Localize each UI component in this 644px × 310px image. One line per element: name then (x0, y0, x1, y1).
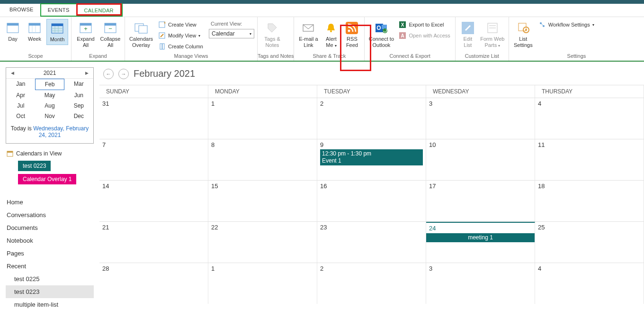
svg-point-26 (330, 30, 332, 32)
email-link[interactable]: E-mail a Link (297, 19, 320, 50)
collapse-all[interactable]: − Collapse All (99, 19, 122, 50)
open-access[interactable]: A Open with Access (397, 31, 452, 40)
calendar-cell[interactable]: 11 (535, 139, 644, 180)
calendar-cell[interactable]: 14 (99, 181, 208, 221)
group-label-share: Share & Track (294, 52, 364, 61)
workflow-settings[interactable]: Workflow Settings ▾ (537, 20, 596, 29)
year-prev[interactable]: ◀ (11, 71, 14, 75)
calendar-cell[interactable]: 15 (208, 181, 317, 221)
gear-icon (516, 21, 530, 35)
calendar-cell[interactable]: 23 (317, 222, 426, 263)
group-label-manage: Manage Views (125, 52, 257, 61)
day-number: 14 (102, 182, 205, 190)
scope-month[interactable]: Month (46, 19, 68, 45)
calendar-cell[interactable]: 21 (99, 222, 208, 263)
calendar-event[interactable]: 12:30 pm - 1:30 pmEvent 1 (320, 149, 423, 165)
calendar-cell[interactable]: 17 (426, 181, 535, 221)
day-number: 3 (429, 100, 532, 107)
month-mar[interactable]: Mar (64, 79, 93, 90)
month-sep[interactable]: Sep (64, 100, 93, 111)
day-number: 10 (429, 141, 532, 148)
month-feb[interactable]: Feb (35, 79, 64, 90)
calendar-cell[interactable]: 25 (535, 222, 644, 263)
scope-week[interactable]: Week (25, 19, 45, 44)
calendar-cell[interactable]: 28 (99, 263, 208, 304)
nav-sub-item[interactable]: multiple item-list (6, 298, 94, 310)
day-number: 7 (102, 141, 205, 148)
calendar-cell[interactable]: 3 (426, 98, 535, 139)
create-column[interactable]: Create Column (156, 42, 205, 51)
nav-home[interactable]: Home (6, 196, 94, 209)
scope-day[interactable]: Day (3, 19, 23, 44)
expand-all[interactable]: + Expand All (74, 19, 97, 50)
svg-text:A: A (401, 33, 404, 38)
cal-next[interactable]: → (118, 69, 129, 79)
month-oct[interactable]: Oct (6, 111, 35, 121)
day-number: 3 (429, 265, 532, 272)
month-may[interactable]: May (35, 90, 64, 100)
alert-me[interactable]: Alert Me ▾ (322, 19, 340, 50)
calendar-cell[interactable]: 16 (317, 181, 426, 221)
tab-events[interactable]: EVENTS (41, 4, 76, 16)
form-web-parts[interactable]: Form Web Parts ▾ (479, 19, 506, 50)
nav-sub-item[interactable]: test 0225 (6, 273, 94, 285)
day-number: 8 (211, 141, 314, 148)
rss-feed[interactable]: RSS Feed (342, 19, 361, 50)
calendar-chip-2[interactable]: Calendar Overlay 1 (18, 174, 76, 184)
cal-prev[interactable]: ← (103, 69, 114, 79)
month-jan[interactable]: Jan (6, 79, 35, 90)
create-view[interactable]: ★ Create View (156, 20, 205, 29)
year-next[interactable]: ▶ (85, 71, 89, 75)
nav-notebook[interactable]: Notebook (6, 234, 94, 247)
month-apr[interactable]: Apr (6, 90, 35, 100)
calendar-cell[interactable]: 18 (535, 181, 644, 221)
month-nov[interactable]: Nov (35, 111, 64, 121)
nav-recent[interactable]: Recent (6, 260, 94, 273)
nav-documents[interactable]: Documents (6, 221, 94, 234)
calendars-overlay[interactable]: Calendars Overlay (128, 19, 154, 50)
connect-to-outlook[interactable]: O Connect to Outlook (367, 19, 395, 50)
svg-point-28 (348, 30, 350, 32)
tab-calendar[interactable]: CALENDAR (78, 5, 120, 17)
calendar-event-span[interactable]: meeting 1 (426, 233, 535, 242)
calendar-cell[interactable]: 24meeting 1 (426, 222, 535, 263)
calendar-cell[interactable]: 4 (535, 263, 644, 304)
tab-browse[interactable]: BROWSE (3, 4, 40, 17)
calendar-cell[interactable]: 4 (535, 98, 644, 139)
edit-list[interactable]: Edit List (458, 19, 477, 50)
group-label-tags: Tags and Notes (258, 52, 294, 61)
nav-conversations[interactable]: Conversations (6, 209, 94, 221)
day-header: WEDNESDAY (426, 85, 535, 98)
day-number: 16 (320, 182, 423, 190)
tags-notes[interactable]: Tags & Notes (260, 19, 284, 50)
calendar-cell[interactable]: 22 (208, 222, 317, 263)
day-number: 15 (211, 182, 314, 190)
calendar-in-view-icon (7, 150, 13, 157)
day-number: 4 (538, 265, 641, 272)
list-settings[interactable]: List Settings (512, 19, 535, 50)
month-dec[interactable]: Dec (64, 111, 93, 121)
calendar-cell[interactable]: 2 (317, 98, 426, 139)
nav-pages[interactable]: Pages (6, 247, 94, 260)
month-aug[interactable]: Aug (35, 100, 64, 111)
today-link[interactable]: Wednesday, February 24, 2021 (33, 125, 89, 138)
current-view-select[interactable]: Calendar ▾ (209, 29, 254, 38)
calendar-cell[interactable]: 8 (208, 139, 317, 180)
calendar-cell[interactable]: 7 (99, 139, 208, 180)
calendar-cell[interactable]: 1 (208, 263, 317, 304)
nav-sub-item[interactable]: test 0223 (6, 285, 94, 298)
export-excel[interactable]: X Export to Excel (397, 20, 452, 29)
group-label-scope: Scope (0, 52, 71, 61)
calendar-chip-1[interactable]: test 0223 (18, 161, 51, 171)
month-jul[interactable]: Jul (6, 100, 35, 111)
day-number: 4 (538, 100, 641, 107)
month-jun[interactable]: Jun (64, 90, 93, 100)
calendar-cell[interactable]: 31 (99, 98, 208, 139)
calendar-cell[interactable]: 1 (208, 98, 317, 139)
calendar-cell[interactable]: 10 (426, 139, 535, 180)
calendar-cell[interactable]: 2 (317, 263, 426, 304)
calendar-cell[interactable]: 3 (426, 263, 535, 304)
calendar-cell[interactable]: 912:30 pm - 1:30 pmEvent 1 (317, 139, 426, 180)
modify-view[interactable]: Modify View ▾ (156, 31, 205, 40)
calendar-title: February 2021 (134, 68, 195, 79)
